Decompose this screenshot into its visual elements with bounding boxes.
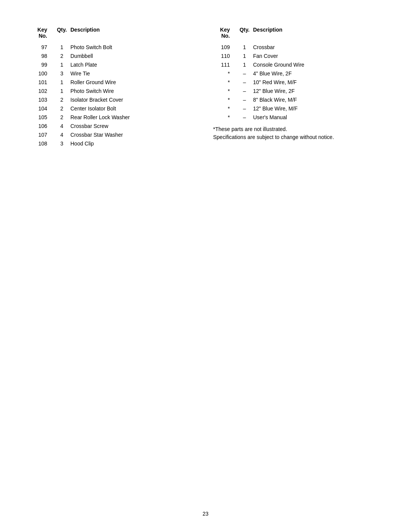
- row-key-no: 101: [30, 78, 53, 86]
- row-qty: 1: [236, 43, 253, 51]
- row-description: Console Ground Wire: [253, 61, 381, 69]
- row-qty: 2: [53, 105, 70, 113]
- row-qty: 1: [53, 87, 70, 95]
- row-description: Crossbar Screw: [70, 122, 198, 130]
- row-description: Hood Clip: [70, 140, 198, 148]
- row-description: Wire Tie: [70, 70, 198, 78]
- row-qty: –: [236, 96, 253, 104]
- row-key-no: *: [213, 105, 236, 113]
- left-column: Key No. Qty. Description 97 1 Photo Swit…: [30, 27, 198, 149]
- row-description: Fan Cover: [253, 52, 381, 60]
- row-qty: 1: [53, 43, 70, 51]
- row-qty: 1: [53, 61, 70, 69]
- row-key-no: *: [213, 70, 236, 78]
- table-row: 106 4 Crossbar Screw: [30, 122, 198, 130]
- row-description: Rear Roller Lock Washer: [70, 113, 198, 121]
- table-row: 109 1 Crossbar: [213, 43, 381, 51]
- table-row: * – 4" Blue Wire, 2F: [213, 70, 381, 78]
- row-qty: 1: [236, 61, 253, 69]
- row-qty: 2: [53, 113, 70, 121]
- table-row: 99 1 Latch Plate: [30, 61, 198, 69]
- table-row: 105 2 Rear Roller Lock Washer: [30, 113, 198, 121]
- row-description: 12" Blue Wire, 2F: [253, 87, 381, 95]
- row-key-no: *: [213, 78, 236, 86]
- row-key-no: 104: [30, 105, 53, 113]
- right-column: Key No. Qty. Description 109 1 Crossbar …: [213, 27, 381, 149]
- table-row: * – 12" Blue Wire, 2F: [213, 87, 381, 95]
- row-key-no: 111: [213, 61, 236, 69]
- footnote-section: *These parts are not illustrated.Specifi…: [213, 125, 381, 141]
- table-row: 98 2 Dumbbell: [30, 52, 198, 60]
- row-qty: –: [236, 87, 253, 95]
- row-description: User's Manual: [253, 113, 381, 121]
- table-row: 104 2 Center Isolator Bolt: [30, 105, 198, 113]
- row-qty: 1: [236, 52, 253, 60]
- row-qty: 4: [53, 131, 70, 139]
- row-key-no: 109: [213, 43, 236, 51]
- row-key-no: *: [213, 87, 236, 95]
- left-table-body: 97 1 Photo Switch Bolt 98 2 Dumbbell 99 …: [30, 43, 198, 148]
- row-key-no: 100: [30, 70, 53, 78]
- table-row: 97 1 Photo Switch Bolt: [30, 43, 198, 51]
- footnote-line: Specifications are subject to change wit…: [213, 133, 381, 141]
- row-key-no: 108: [30, 140, 53, 148]
- row-description: Crossbar Star Washer: [70, 131, 198, 139]
- row-qty: 2: [53, 52, 70, 60]
- row-key-no: 106: [30, 122, 53, 130]
- row-key-no: 103: [30, 96, 53, 104]
- table-row: 111 1 Console Ground Wire: [213, 61, 381, 69]
- row-key-no: *: [213, 96, 236, 104]
- row-description: Photo Switch Wire: [70, 87, 198, 95]
- row-key-no: 97: [30, 43, 53, 51]
- row-key-no: 99: [30, 61, 53, 69]
- table-row: 100 3 Wire Tie: [30, 70, 198, 78]
- row-key-no: 110: [213, 52, 236, 60]
- right-table-header: Key No. Qty. Description: [213, 27, 381, 40]
- left-table-header: Key No. Qty. Description: [30, 27, 198, 40]
- row-description: 10" Red Wire, M/F: [253, 78, 381, 86]
- row-qty: 1: [53, 78, 70, 86]
- table-row: 108 3 Hood Clip: [30, 140, 198, 148]
- right-header-key-no: Key No.: [213, 27, 236, 39]
- row-qty: 3: [53, 70, 70, 78]
- row-qty: –: [236, 70, 253, 78]
- row-qty: 3: [53, 140, 70, 148]
- row-description: 4" Blue Wire, 2F: [253, 70, 381, 78]
- row-description: 8" Black Wire, M/F: [253, 96, 381, 104]
- table-row: * – 12" Blue Wire, M/F: [213, 105, 381, 113]
- row-description: Latch Plate: [70, 61, 198, 69]
- row-description: 12" Blue Wire, M/F: [253, 105, 381, 113]
- row-qty: 2: [53, 96, 70, 104]
- row-key-no: 102: [30, 87, 53, 95]
- row-key-no: 107: [30, 131, 53, 139]
- row-description: Center Isolator Bolt: [70, 105, 198, 113]
- parts-table-section: Key No. Qty. Description 97 1 Photo Swit…: [30, 27, 381, 149]
- table-row: 103 2 Isolator Bracket Cover: [30, 96, 198, 104]
- row-qty: –: [236, 78, 253, 86]
- left-header-qty: Qty.: [53, 27, 70, 39]
- row-qty: –: [236, 105, 253, 113]
- table-row: 107 4 Crossbar Star Washer: [30, 131, 198, 139]
- footnotes: *These parts are not illustrated.Specifi…: [213, 125, 381, 141]
- table-row: 102 1 Photo Switch Wire: [30, 87, 198, 95]
- table-row: 110 1 Fan Cover: [213, 52, 381, 60]
- row-key-no: *: [213, 113, 236, 121]
- table-row: * – User's Manual: [213, 113, 381, 121]
- row-description: Photo Switch Bolt: [70, 43, 198, 51]
- row-description: Dumbbell: [70, 52, 198, 60]
- row-description: Crossbar: [253, 43, 381, 51]
- right-header-description: Description: [253, 27, 381, 39]
- row-key-no: 105: [30, 113, 53, 121]
- row-qty: –: [236, 113, 253, 121]
- right-table-body: 109 1 Crossbar 110 1 Fan Cover 111 1 Con…: [213, 43, 381, 121]
- right-header-qty: Qty.: [236, 27, 253, 39]
- row-key-no: 98: [30, 52, 53, 60]
- row-description: Roller Ground Wire: [70, 78, 198, 86]
- left-header-key-no: Key No.: [30, 27, 53, 39]
- left-header-description: Description: [70, 27, 198, 39]
- table-row: * – 8" Black Wire, M/F: [213, 96, 381, 104]
- page-container: Key No. Qty. Description 97 1 Photo Swit…: [0, 0, 411, 532]
- row-qty: 4: [53, 122, 70, 130]
- row-description: Isolator Bracket Cover: [70, 96, 198, 104]
- table-row: 101 1 Roller Ground Wire: [30, 78, 198, 86]
